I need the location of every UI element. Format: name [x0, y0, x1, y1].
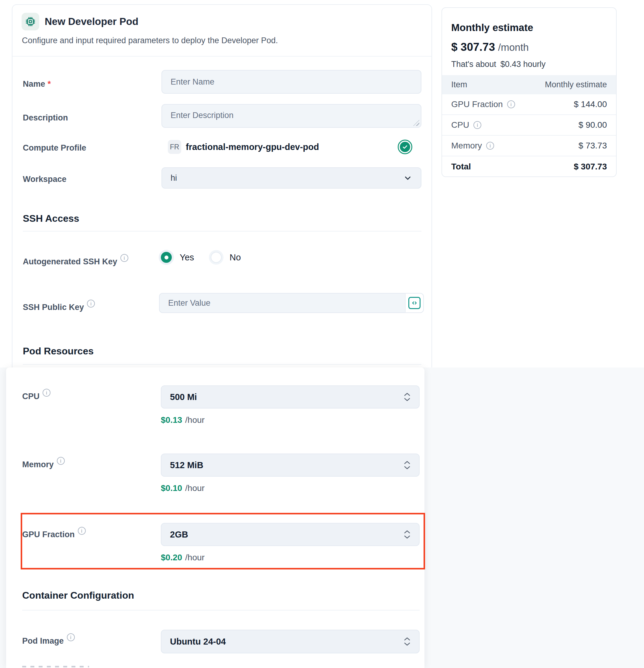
stepper-icon: [404, 392, 411, 401]
name-input[interactable]: [162, 70, 421, 94]
gpu-fraction-label: GPU Fraction: [22, 530, 86, 539]
description-label: Description: [23, 113, 68, 123]
developer-pod-chip-icon: [21, 13, 39, 30]
radio-no-label: No: [230, 253, 241, 262]
estimate-amount: $ 307.73: [451, 41, 495, 54]
ssh-key-radio-no[interactable]: No: [211, 252, 241, 263]
estimate-title: Monthly estimate: [451, 22, 533, 33]
pod-image-label: Pod Image: [22, 636, 75, 646]
info-icon[interactable]: [120, 254, 128, 262]
memory-label: Memory: [22, 460, 65, 469]
estimate-amount-line: $ 307.73 /month: [451, 41, 529, 54]
memory-price: $0.10/hour: [161, 483, 205, 493]
ssh-key-code-button[interactable]: [405, 293, 424, 313]
estimate-table-body: GPU Fraction $ 144.00 CPU $ 90.00 Memory…: [442, 94, 616, 177]
compute-profile-label: Compute Profile: [23, 143, 86, 153]
info-icon[interactable]: [473, 121, 481, 129]
pod-resources-heading: Pod Resources: [23, 346, 94, 357]
cpu-value: 500 Mi: [170, 392, 197, 402]
autogenerated-ssh-key-label: Autogenerated SSH Key: [23, 257, 128, 267]
pod-image-value: Ubuntu 24-04: [170, 637, 226, 647]
gpu-fraction-price: $0.20/hour: [161, 553, 205, 562]
ssh-public-key-group: [159, 293, 424, 313]
info-icon[interactable]: [87, 300, 95, 307]
stepper-icon: [404, 637, 411, 646]
workspace-value: hi: [171, 173, 177, 183]
ssh-key-radio-yes[interactable]: Yes: [161, 252, 194, 263]
radio-selected-icon: [161, 252, 172, 263]
table-row-total: Total $ 307.73: [442, 156, 616, 177]
ssh-public-key-label: SSH Public Key: [23, 303, 95, 312]
info-icon[interactable]: [57, 457, 65, 465]
table-row: Memory $ 73.73: [442, 136, 616, 156]
memory-select[interactable]: 512 MiB: [161, 454, 419, 477]
page-subtitle: Configure and input required parameters …: [22, 36, 278, 45]
required-asterisk: *: [48, 79, 51, 89]
page-title: New Developer Pod: [45, 16, 138, 27]
table-row: CPU $ 90.00: [442, 115, 616, 136]
clipped-next-row-text: [22, 666, 89, 667]
info-icon[interactable]: [67, 633, 75, 641]
container-configuration-heading: Container Configuration: [22, 590, 134, 601]
gpu-fraction-select[interactable]: 2GB: [161, 523, 419, 546]
header-divider: [13, 56, 431, 57]
pod-image-select[interactable]: Ubuntu 24-04: [161, 630, 419, 653]
ssh-section-divider: [23, 231, 421, 231]
new-developer-pod-card: New Developer Pod Configure and input re…: [12, 4, 432, 368]
info-icon[interactable]: [43, 389, 50, 397]
cpu-price: $0.13/hour: [161, 415, 205, 425]
compute-profile-badge: FR: [168, 140, 181, 154]
stepper-icon: [404, 530, 411, 539]
memory-value: 512 MiB: [170, 460, 203, 470]
table-row: GPU Fraction $ 144.00: [442, 94, 616, 115]
code-brackets-icon: [408, 297, 420, 309]
name-label: Name*: [23, 79, 51, 89]
estimate-hourly-note: That's about $0.43 hourly: [451, 60, 546, 69]
cpu-label: CPU: [22, 392, 50, 401]
estimate-table-header: Item Monthly estimate: [442, 75, 616, 94]
info-icon[interactable]: [486, 142, 494, 150]
radio-unselected-icon: [211, 252, 222, 263]
description-input[interactable]: [162, 104, 421, 128]
gpu-fraction-value: 2GB: [170, 530, 188, 540]
compute-profile-value: fractional-memory-gpu-dev-pod: [186, 142, 319, 152]
chevron-down-icon: [403, 173, 412, 183]
compute-profile-selected-check-icon: [398, 140, 412, 154]
container-configuration-divider: [22, 610, 419, 610]
info-icon[interactable]: [507, 101, 515, 108]
radio-yes-label: Yes: [180, 253, 194, 262]
workspace-label: Workspace: [23, 174, 66, 184]
workspace-select[interactable]: hi: [162, 167, 421, 188]
estimate-period: /month: [498, 42, 529, 53]
stepper-icon: [404, 460, 411, 470]
estimate-col-monthly: Monthly estimate: [545, 80, 607, 89]
ssh-public-key-input[interactable]: [159, 293, 405, 313]
cpu-select[interactable]: 500 Mi: [161, 385, 419, 409]
ssh-access-heading: SSH Access: [23, 213, 79, 224]
pod-resources-card: CPU 500 Mi $0.13/hour Memory 512 MiB $0.…: [6, 367, 425, 668]
monthly-estimate-card: Monthly estimate $ 307.73 /month That's …: [442, 7, 617, 177]
info-icon[interactable]: [78, 527, 86, 535]
estimate-col-item: Item: [451, 80, 467, 89]
pod-resources-divider: [23, 364, 421, 365]
